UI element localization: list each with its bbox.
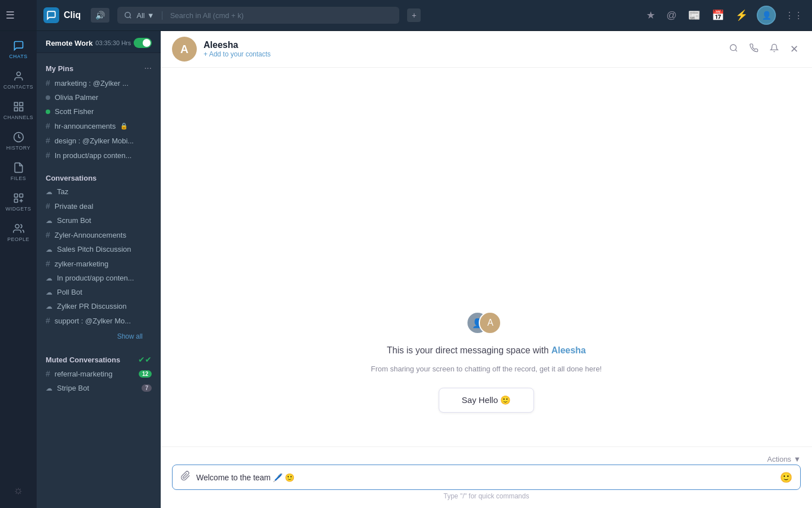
nav-item-channels[interactable]: CHANNELS <box>0 97 37 125</box>
chat-intro-avatars: 👤 A <box>466 312 506 336</box>
conv-item-poll-bot[interactable]: ☁ Poll Bot <box>37 285 161 299</box>
muted-badge-stripe: 7 <box>142 384 152 392</box>
say-hello-button[interactable]: Say Hello 🙂 <box>439 388 534 413</box>
svg-rect-3 <box>19 108 23 111</box>
bot-icon: ☁ <box>46 188 52 196</box>
svg-rect-8 <box>14 199 17 203</box>
muted-conversations-title: Muted Conversations <box>46 356 120 364</box>
conv-item-private-deal[interactable]: # Private deal <box>37 199 161 213</box>
svg-rect-4 <box>14 108 17 111</box>
mention-button[interactable]: @ <box>664 7 679 24</box>
conv-item-sales-pitch[interactable]: ☁ Sales Pitch Discussion <box>37 242 161 256</box>
conv-item-taz[interactable]: ☁ Taz <box>37 185 161 199</box>
chat-close-button[interactable]: ✕ <box>788 41 801 58</box>
pin-item-product[interactable]: # In product/app conten... <box>37 148 161 163</box>
svg-line-11 <box>130 17 131 19</box>
chat-avatar-contact: A <box>479 312 501 334</box>
svg-rect-1 <box>14 103 17 106</box>
message-input[interactable] <box>196 473 774 482</box>
conv-item-support[interactable]: # support : @Zylker Mo... <box>37 313 161 328</box>
chat-header: A Aleesha + Add to your contacts <box>161 31 812 68</box>
calendar-button[interactable]: 📅 <box>709 7 726 24</box>
hamburger-button[interactable]: ☰ <box>5 8 16 23</box>
chat-search-button[interactable] <box>727 41 740 58</box>
app-logo-icon <box>43 7 59 23</box>
conv-item-in-product[interactable]: ☁ In product/app conten... <box>37 271 161 285</box>
nav-item-history[interactable]: HISTORY <box>0 127 37 155</box>
my-pins-more-button[interactable]: ··· <box>144 63 152 73</box>
muted-item-stripe[interactable]: ☁ Stripe Bot 7 <box>37 381 161 395</box>
chat-contact-name: Aleesha <box>204 40 727 50</box>
conv-item-zyler-announcements[interactable]: # Zyler-Announcements <box>37 227 161 242</box>
theme-toggle-button[interactable]: ☼ <box>8 479 28 501</box>
chat-body: 👤 A This is your direct messaging space … <box>161 68 812 446</box>
availability-toggle[interactable] <box>134 38 152 48</box>
attach-button[interactable] <box>180 471 191 484</box>
app-name: Cliq <box>64 10 81 20</box>
chat-contact-name-highlight: Aleesha <box>551 345 586 355</box>
muted-check-icon: ✔✔ <box>138 355 152 364</box>
star-button[interactable]: ★ <box>644 7 657 24</box>
conv-item-zylker-marketing[interactable]: # zylker-marketing <box>37 256 161 271</box>
timer-display: 03:35:30 Hrs <box>95 40 131 46</box>
search-plus-button[interactable]: + <box>407 8 421 22</box>
conv-item-zylker-pr[interactable]: ☁ Zylker PR Discussion <box>37 299 161 313</box>
chat-area: A Aleesha + Add to your contacts <box>161 31 812 508</box>
svg-rect-2 <box>19 103 23 106</box>
pin-item-marketing[interactable]: # marketing : @Zylker ... <box>37 76 161 90</box>
svg-point-12 <box>730 45 736 51</box>
emoji-button[interactable]: 🙂 <box>780 471 792 484</box>
chat-contact-avatar: A <box>172 37 197 62</box>
status-dot-online <box>46 110 50 114</box>
svg-point-0 <box>16 72 20 76</box>
bot-icon-pr: ☁ <box>46 303 52 310</box>
bot-icon-product: ☁ <box>46 274 52 282</box>
notifications-button[interactable]: 📰 <box>686 7 703 24</box>
chat-notify-button[interactable] <box>767 41 781 58</box>
user-avatar[interactable]: 👤 <box>757 6 776 25</box>
nav-item-contacts[interactable]: CONTACTS <box>0 66 37 94</box>
svg-point-10 <box>125 12 130 17</box>
conv-item-scrum-bot[interactable]: ☁ Scrum Bot <box>37 213 161 227</box>
bot-icon-scrum: ☁ <box>46 217 52 225</box>
search-bar: All ▼ | Search in All (cmd + k) <box>117 7 399 24</box>
pin-item-hr[interactable]: # hr-announcements 🔒 <box>37 119 161 133</box>
chat-intro-subtext: From sharing your screen to chatting off… <box>371 365 602 373</box>
chat-call-button[interactable] <box>747 41 761 58</box>
muted-item-referral[interactable]: # referral-marketing 12 <box>37 366 161 381</box>
pin-item-scott[interactable]: Scott Fisher <box>37 104 161 119</box>
muted-badge-referral: 12 <box>139 370 152 378</box>
search-filter-button[interactable]: All ▼ <box>136 11 154 20</box>
conversations-title: Conversations <box>46 174 96 182</box>
lock-icon: 🔒 <box>120 122 128 130</box>
nav-item-people[interactable]: PEOPLE <box>0 218 37 247</box>
svg-point-9 <box>15 225 19 229</box>
actions-dropdown-button[interactable]: Actions ▼ <box>767 455 801 463</box>
status-dot-offline <box>46 95 50 100</box>
pin-item-olivia[interactable]: Olivia Palmer <box>37 90 161 104</box>
my-pins-title: My Pins <box>46 64 73 73</box>
bot-icon-stripe: ☁ <box>46 384 52 392</box>
lightning-button[interactable]: ⚡ <box>733 7 750 24</box>
nav-item-chats[interactable]: CHATS <box>0 36 37 64</box>
chat-intro-text: This is your direct messaging space with… <box>387 345 586 356</box>
nav-item-files[interactable]: FILES <box>0 157 37 186</box>
bot-icon-poll: ☁ <box>46 288 52 296</box>
pin-item-design[interactable]: # design : @Zylker Mobi... <box>37 133 161 148</box>
audio-button[interactable]: 🔊 <box>91 8 109 23</box>
nav-item-widgets[interactable]: WIDGETS <box>0 188 37 216</box>
svg-rect-6 <box>14 194 17 198</box>
chat-input-area: Actions ▼ 🙂 Type "/" for quick commands <box>161 446 812 508</box>
svg-rect-7 <box>19 194 23 198</box>
search-icon <box>124 11 132 19</box>
show-all-button[interactable]: Show all <box>108 330 152 343</box>
add-to-contacts-link[interactable]: + Add to your contacts <box>204 50 727 58</box>
workspace-name: Remote Work <box>46 39 93 47</box>
bot-icon-sales: ☁ <box>46 246 52 253</box>
message-input-box: 🙂 <box>172 465 801 490</box>
slash-hint: Type "/" for quick commands <box>172 490 801 502</box>
svg-line-13 <box>735 50 737 51</box>
apps-grid-button[interactable]: ⋮⋮ <box>783 8 805 23</box>
